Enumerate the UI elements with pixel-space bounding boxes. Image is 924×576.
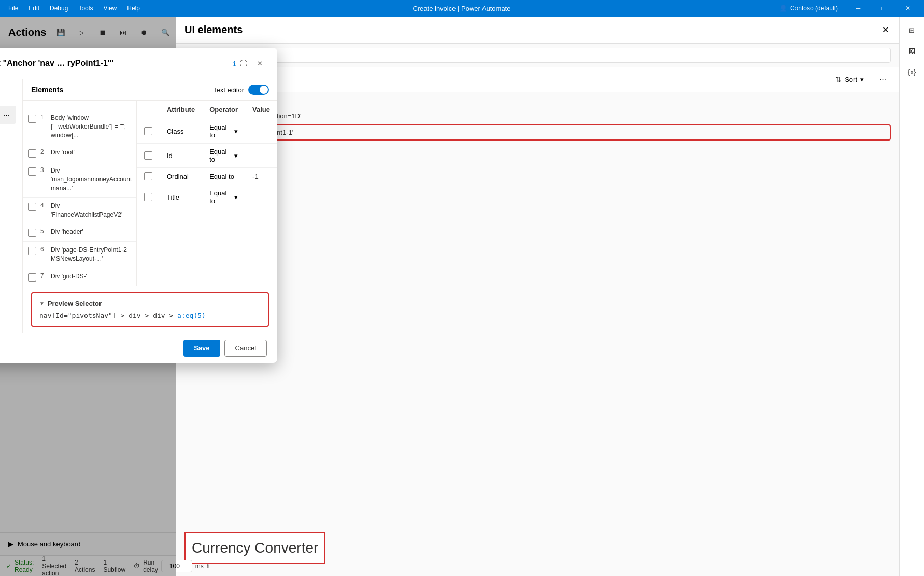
attr-operator-class-chevron: ▾ — [234, 128, 238, 135]
attr-value-title — [245, 185, 277, 209]
attr-operator-title-text: Equal to — [209, 189, 232, 205]
anchor-item[interactable]: Anchor 'nav … ryPoint1-1' — [209, 124, 891, 141]
element-checkbox-7[interactable] — [28, 273, 36, 282]
code-icon-button[interactable]: {x} — [903, 62, 921, 81]
element-number-6: 6 — [40, 246, 47, 253]
menu-view[interactable]: View — [99, 3, 121, 14]
cancel-button[interactable]: Cancel — [224, 340, 267, 357]
element-checkbox-6[interactable] — [28, 247, 36, 255]
attr-operator-id-chevron: ▾ — [234, 152, 238, 160]
element-item-1[interactable]: 1 Body 'window ["_webWorkerBundle"] = ""… — [23, 109, 136, 144]
search-wrapper: 🔍 — [184, 48, 891, 63]
element-checkbox-4[interactable] — [28, 203, 36, 211]
dialog-controls: ⛶ ✕ — [236, 56, 267, 71]
attr-value-class — [245, 119, 277, 144]
menu-tools[interactable]: Tools — [74, 3, 97, 14]
element-checkbox-3[interactable] — [28, 167, 36, 176]
attr-row-ordinal: Ordinal Equal to -1 — [137, 168, 277, 185]
attr-name-id: Id — [160, 144, 202, 168]
code-icon: {x} — [908, 68, 916, 76]
attribute-col-header: Attribute — [160, 101, 202, 119]
image-icon-button[interactable]: 🖼 — [903, 41, 921, 60]
maximize-button[interactable]: □ — [871, 0, 895, 17]
window-controls[interactable]: ─ □ ✕ — [846, 0, 920, 17]
attr-operator-id[interactable]: Equal to ▾ — [209, 148, 238, 163]
elements-list-header — [23, 101, 136, 109]
attr-checkbox-id[interactable] — [144, 151, 152, 160]
selector-item-menu-button[interactable]: ⋯ — [2, 110, 11, 120]
attr-name-title: Title — [160, 185, 202, 209]
element-item-4[interactable]: 4 Div 'FinanceWatchlistPageV2' — [23, 198, 136, 224]
element-checkbox-1[interactable] — [28, 115, 36, 123]
account-name: Contoso (default) — [790, 5, 838, 12]
title-bar: File Edit Debug Tools View Help Create i… — [0, 0, 924, 17]
element-number-3: 3 — [40, 166, 47, 174]
attr-operator-id-text: Equal to — [209, 148, 232, 163]
attr-operator-title[interactable]: Equal to ▾ — [209, 189, 238, 205]
attr-operator-class[interactable]: Equal to ▾ — [209, 123, 238, 139]
element-number-7: 7 — [40, 272, 47, 279]
preview-selector-box: ▼ Preview Selector nav[Id="pivotsNav"] >… — [31, 292, 269, 327]
ui-elements-panel: UI elements ✕ 🔍 Add UI element ▾ ⇅ — [176, 17, 899, 576]
element-text-3: Div 'msn_logomsnmoneyAccount mana...' — [51, 166, 132, 192]
menu-debug[interactable]: Debug — [46, 3, 72, 14]
toggle-thumb — [260, 86, 268, 94]
element-item-3[interactable]: 3 Div 'msn_logomsnmoneyAccount mana...' — [23, 162, 136, 197]
element-item-6[interactable]: 6 Div 'page-DS-EntryPoint1-2 MSNewsLayou… — [23, 242, 136, 268]
dialog-sidebar: ⊕ Selector with recapture Default Select… — [0, 79, 23, 333]
ui-elements-layout: UI elements ✕ 🔍 Add UI element ▾ ⇅ — [176, 17, 924, 576]
sort-button[interactable]: ⇅ Sort ▾ — [829, 72, 870, 87]
ui-elements-toolbar: Add UI element ▾ ⇅ Sort ▾ ⋯ — [176, 67, 899, 92]
attr-row-class: Class Equal to ▾ — [137, 119, 277, 144]
dialog-split: 1 Body 'window ["_webWorkerBundle"] = ""… — [23, 101, 277, 286]
default-selector-item[interactable]: Default Selector ⋯ — [0, 106, 16, 124]
element-text-4: Div 'FinanceWatchlistPageV2' — [51, 202, 131, 219]
element-number-1: 1 — [40, 114, 47, 121]
element-number-4: 4 — [40, 202, 47, 209]
close-button[interactable]: ✕ — [896, 0, 920, 17]
element-item-7[interactable]: 7 Div 'grid-DS-' — [23, 268, 136, 286]
actions-panel: Actions 💾 ▷ ⏹ ⏭ ⏺ 🔍 ▶ Mouse and keyboard… — [0, 17, 176, 576]
text-editor-toggle-switch[interactable] — [248, 85, 269, 95]
modal-overlay: Selectors of UI element "Anchor 'nav … r… — [0, 17, 176, 576]
dialog-close-button[interactable]: ✕ — [252, 56, 267, 71]
ui-elements-close-button[interactable]: ✕ — [880, 23, 891, 37]
attr-operator-class-text: Equal to — [209, 123, 232, 139]
element-item-2[interactable]: 2 Div 'root' — [23, 144, 136, 162]
attr-row-id: Id Equal to ▾ — [137, 144, 277, 168]
attr-checkbox-ordinal[interactable] — [144, 172, 152, 180]
attr-checkbox-class[interactable] — [144, 127, 152, 135]
element-text-7: Div 'grid-DS-' — [51, 272, 87, 281]
preview-code: nav[Id="pivotsNav"] > div > div > a:eq(5… — [39, 312, 261, 319]
dialog-expand-button[interactable]: ⛶ — [236, 56, 250, 71]
attributes-table: Attribute Operator Value Class — [137, 101, 277, 209]
element-checkbox-5[interactable] — [28, 229, 36, 237]
menu-bar[interactable]: File Edit Debug Tools View Help — [4, 3, 144, 14]
menu-edit[interactable]: Edit — [24, 3, 44, 14]
preview-title: Preview Selector — [48, 300, 102, 307]
sort-label: Sort — [845, 76, 857, 83]
layers-icon-button[interactable]: ⊞ — [903, 21, 921, 39]
web-page-row[interactable]: ▾ 🌐 Web Page 'h … uration=1D' — [197, 109, 891, 122]
menu-file[interactable]: File — [4, 3, 22, 14]
ui-elements-header: UI elements ✕ — [176, 17, 899, 44]
dialog-main: Elements Text editor — [23, 79, 277, 333]
menu-help[interactable]: Help — [123, 3, 144, 14]
local-computer-row[interactable]: ▾ 🖥 Local computer — [184, 96, 891, 109]
preview-code-black: nav[Id="pivotsNav"] > div > div > — [39, 312, 177, 319]
account-info[interactable]: 👤 Contoso (default) — [779, 5, 838, 12]
element-item-5[interactable]: 5 Div 'header' — [23, 223, 136, 242]
more-options-button[interactable]: ⋯ — [874, 71, 891, 88]
add-selector-button[interactable]: ⊕ Selector with recapture — [0, 86, 16, 102]
minimize-button[interactable]: ─ — [846, 0, 870, 17]
attr-row-title: Title Equal to ▾ — [137, 185, 277, 209]
save-button[interactable]: Save — [183, 340, 220, 357]
element-checkbox-2[interactable] — [28, 149, 36, 158]
currency-converter-text: Currency Converter — [192, 540, 318, 556]
attr-name-ordinal: Ordinal — [160, 168, 202, 185]
element-number-5: 5 — [40, 228, 47, 235]
search-ui-elements-input[interactable] — [204, 51, 884, 59]
attr-checkbox-title[interactable] — [144, 193, 152, 201]
sort-icon: ⇅ — [835, 75, 842, 83]
dialog-body: ⊕ Selector with recapture Default Select… — [0, 79, 277, 333]
